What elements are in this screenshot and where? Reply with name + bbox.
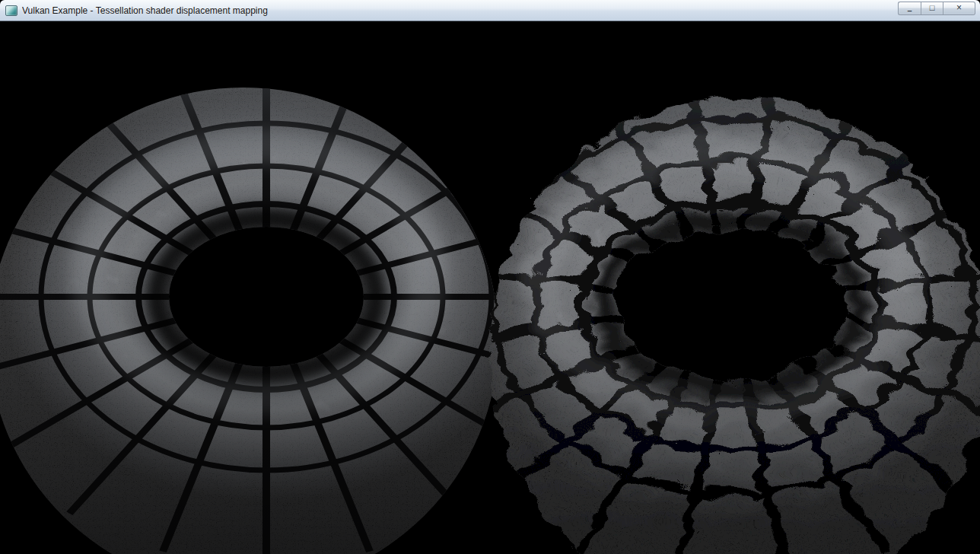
minimize-icon: – <box>907 7 912 15</box>
app-icon <box>5 5 18 16</box>
window-title: Vulkan Example - Tessellation shader dis… <box>22 5 268 16</box>
vulkan-render-surface <box>0 21 980 554</box>
window-controls: – □ × <box>898 2 975 15</box>
close-button[interactable]: × <box>943 2 975 15</box>
maximize-button[interactable]: □ <box>921 2 943 15</box>
close-icon: × <box>956 3 962 12</box>
app-window: Vulkan Example - Tessellation shader dis… <box>0 0 980 554</box>
minimize-button[interactable]: – <box>898 2 921 15</box>
titlebar[interactable]: Vulkan Example - Tessellation shader dis… <box>0 0 980 21</box>
maximize-icon: □ <box>930 4 935 12</box>
render-viewport[interactable] <box>0 21 980 554</box>
